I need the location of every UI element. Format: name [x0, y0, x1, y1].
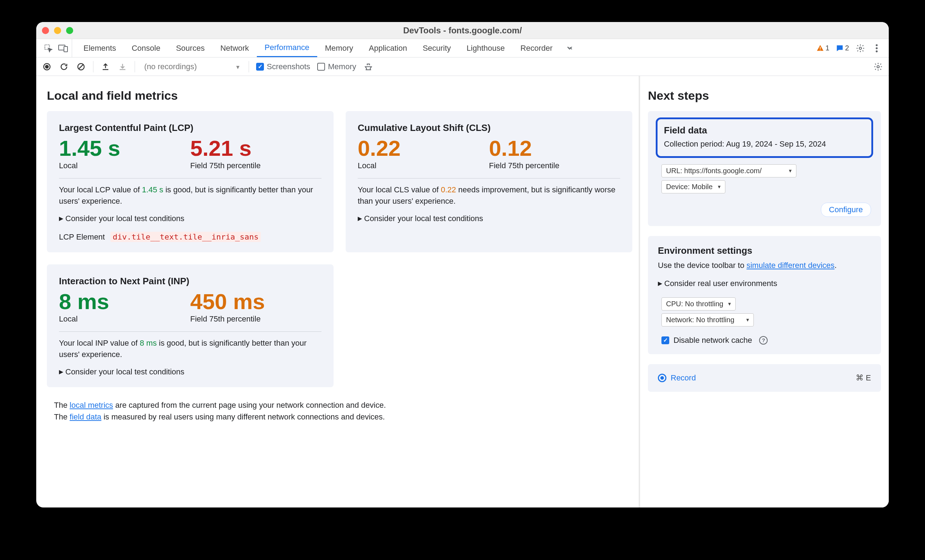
main-tabbar: Elements Console Sources Network Perform… — [36, 39, 889, 57]
lcp-disclose[interactable]: Consider your local test conditions — [59, 214, 321, 223]
env-disclose[interactable]: Consider real user environments — [658, 279, 871, 288]
minimize-window-button[interactable] — [54, 27, 61, 34]
field-data-panel: Field data Collection period: Aug 19, 20… — [648, 111, 881, 226]
panel-tabs: Elements Console Sources Network Perform… — [76, 39, 579, 57]
inp-title: Interaction to Next Paint (INP) — [59, 276, 321, 287]
cls-local-value: 0.22 — [358, 136, 489, 161]
lcp-card: Largest Contentful Paint (LCP) 1.45 s Lo… — [47, 111, 334, 252]
side-panel: Next steps Field data Collection period:… — [640, 76, 889, 507]
tab-performance[interactable]: Performance — [257, 39, 317, 57]
checkbox-empty-icon — [317, 63, 325, 71]
svg-point-10 — [45, 65, 48, 68]
main-content: Local and field metrics Largest Contentf… — [36, 76, 640, 507]
tab-sources[interactable]: Sources — [168, 39, 212, 57]
message-icon — [836, 44, 844, 52]
disable-cache-label: Disable network cache — [673, 336, 752, 345]
panel-settings-gear-icon[interactable] — [873, 62, 883, 72]
device-select[interactable]: Device: Mobile — [661, 180, 725, 194]
warnings-indicator[interactable]: 1 — [816, 44, 829, 52]
lcp-element-selector: div.tile__text.tile__inria_sans — [110, 232, 261, 242]
inp-card: Interaction to Next Paint (INP) 8 ms Loc… — [47, 264, 334, 387]
upload-icon[interactable] — [101, 62, 110, 72]
network-throttle-select[interactable]: Network: No throttling — [661, 313, 754, 326]
settings-gear-icon[interactable] — [856, 43, 865, 53]
lcp-local-label: Local — [59, 161, 190, 170]
device-toolbar-icon[interactable] — [58, 43, 68, 53]
clear-icon[interactable] — [76, 62, 86, 72]
record-panel: Record ⌘ E — [648, 364, 881, 392]
tab-memory[interactable]: Memory — [317, 39, 361, 57]
svg-point-7 — [875, 47, 877, 49]
more-menu-icon[interactable] — [872, 43, 882, 53]
svg-point-6 — [875, 44, 877, 46]
cls-description: Your local CLS value of 0.22 needs impro… — [358, 184, 620, 207]
cpu-throttle-select[interactable]: CPU: No throttling — [661, 297, 736, 311]
lcp-local-value: 1.45 s — [59, 136, 190, 161]
memory-label: Memory — [328, 62, 356, 71]
svg-rect-2 — [64, 47, 68, 52]
cls-local-label: Local — [358, 161, 489, 170]
screenshots-label: Screenshots — [267, 62, 310, 71]
collection-period: Collection period: Aug 19, 2024 - Sep 15… — [664, 139, 865, 150]
close-window-button[interactable] — [42, 27, 49, 34]
lcp-element-row[interactable]: LCP Element div.tile__text.tile__inria_s… — [59, 233, 321, 242]
lcp-element-label: LCP Element — [59, 233, 105, 241]
memory-checkbox[interactable]: Memory — [317, 62, 356, 71]
tab-console[interactable]: Console — [124, 39, 169, 57]
field-data-link[interactable]: field data — [69, 412, 101, 421]
inspect-element-icon[interactable] — [43, 43, 53, 53]
svg-point-8 — [875, 50, 877, 52]
record-icon[interactable] — [42, 62, 52, 72]
main-heading: Local and field metrics — [47, 89, 632, 102]
checkbox-checked-icon[interactable] — [661, 336, 669, 344]
environment-panel: Environment settings Use the device tool… — [648, 236, 881, 354]
cls-field-value: 0.12 — [489, 136, 621, 161]
configure-button[interactable]: Configure — [821, 203, 871, 217]
side-heading: Next steps — [648, 89, 881, 102]
tab-recorder[interactable]: Recorder — [512, 39, 560, 57]
lcp-field-value: 5.21 s — [190, 136, 322, 161]
recordings-select[interactable] — [142, 62, 241, 72]
inp-field-value: 450 ms — [190, 290, 322, 314]
inp-disclose[interactable]: Consider your local test conditions — [59, 367, 321, 377]
tab-network[interactable]: Network — [212, 39, 257, 57]
environment-text: Use the device toolbar to simulate diffe… — [658, 260, 871, 271]
svg-rect-3 — [820, 47, 821, 49]
inp-field-label: Field 75th percentile — [190, 314, 322, 324]
cls-card: Cumulative Layout Shift (CLS) 0.22 Local… — [346, 111, 632, 252]
record-button[interactable]: Record — [658, 373, 696, 383]
record-circle-icon — [658, 374, 666, 382]
messages-count: 2 — [845, 44, 849, 52]
performance-toolbar: Screenshots Memory — [36, 57, 889, 76]
svg-point-5 — [859, 47, 862, 50]
tab-application[interactable]: Application — [361, 39, 415, 57]
cls-title: Cumulative Layout Shift (CLS) — [358, 122, 620, 134]
reload-icon[interactable] — [59, 62, 69, 72]
record-shortcut: ⌘ E — [856, 373, 871, 383]
messages-indicator[interactable]: 2 — [836, 44, 849, 52]
tab-security[interactable]: Security — [415, 39, 459, 57]
record-label: Record — [670, 373, 696, 383]
svg-point-13 — [877, 65, 880, 68]
traffic-lights — [42, 27, 73, 34]
titlebar: DevTools - fonts.google.com/ — [36, 22, 889, 39]
tab-elements[interactable]: Elements — [76, 39, 124, 57]
warnings-count: 1 — [826, 44, 829, 52]
help-icon[interactable]: ? — [759, 336, 768, 345]
local-metrics-link[interactable]: local metrics — [69, 401, 113, 410]
tab-lighthouse[interactable]: Lighthouse — [459, 39, 512, 57]
chevron-down-icon — [235, 62, 240, 71]
cls-field-label: Field 75th percentile — [489, 161, 621, 170]
window-title: DevTools - fonts.google.com/ — [36, 26, 889, 36]
url-select[interactable]: URL: https://fonts.google.com/ — [661, 164, 796, 177]
download-icon[interactable] — [118, 62, 128, 72]
garbage-collect-icon[interactable] — [363, 62, 373, 72]
cls-disclose[interactable]: Consider your local test conditions — [358, 214, 620, 223]
screenshots-checkbox[interactable]: Screenshots — [256, 62, 310, 71]
simulate-devices-link[interactable]: simulate different devices — [746, 261, 835, 270]
inp-local-label: Local — [59, 314, 190, 324]
devtools-window: DevTools - fonts.google.com/ Elements Co… — [36, 22, 889, 507]
field-data-highlight: Field data Collection period: Aug 19, 20… — [656, 117, 873, 158]
more-tabs-icon[interactable]: » — [560, 39, 579, 57]
zoom-window-button[interactable] — [66, 27, 73, 34]
